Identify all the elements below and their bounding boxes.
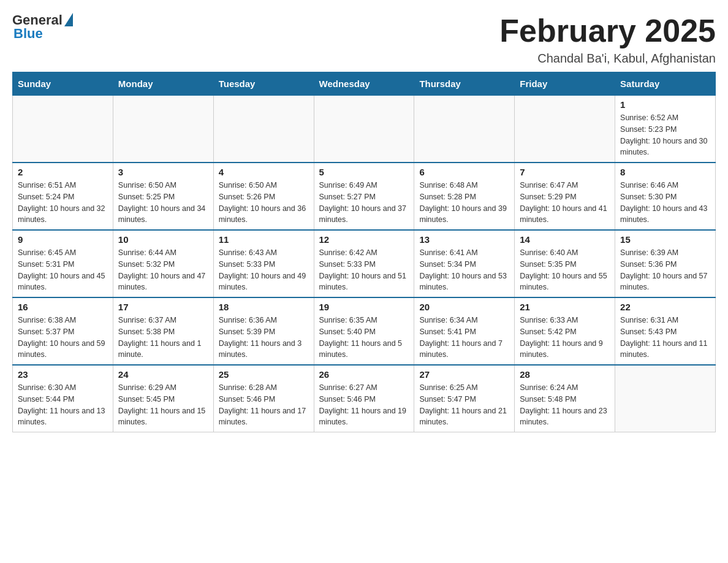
calendar-cell: 4Sunrise: 6:50 AM Sunset: 5:26 PM Daylig… [213, 163, 314, 230]
day-number: 14 [520, 234, 610, 245]
calendar-cell: 20Sunrise: 6:34 AM Sunset: 5:41 PM Dayli… [414, 297, 515, 365]
day-number: 24 [118, 369, 208, 380]
day-number: 25 [219, 369, 309, 380]
day-info: Sunrise: 6:30 AM Sunset: 5:44 PM Dayligh… [18, 382, 108, 428]
calendar-cell: 5Sunrise: 6:49 AM Sunset: 5:27 PM Daylig… [314, 163, 414, 230]
calendar-cell: 6Sunrise: 6:48 AM Sunset: 5:28 PM Daylig… [414, 163, 515, 230]
calendar-cell [314, 96, 414, 163]
calendar-cell: 25Sunrise: 6:28 AM Sunset: 5:46 PM Dayli… [213, 365, 314, 432]
location-subtitle: Chandal Ba'i, Kabul, Afghanistan [499, 52, 716, 66]
day-number: 5 [319, 167, 409, 177]
calendar-table: SundayMondayTuesdayWednesdayThursdayFrid… [12, 72, 716, 432]
day-info: Sunrise: 6:44 AM Sunset: 5:32 PM Dayligh… [118, 247, 208, 293]
weekday-header-monday: Monday [113, 72, 213, 96]
day-info: Sunrise: 6:52 AM Sunset: 5:23 PM Dayligh… [620, 112, 710, 158]
calendar-cell [515, 96, 615, 163]
day-number: 23 [18, 369, 108, 380]
day-number: 16 [18, 302, 108, 312]
page-header: General Blue February 2025 Chandal Ba'i,… [12, 12, 716, 66]
day-info: Sunrise: 6:50 AM Sunset: 5:26 PM Dayligh… [219, 180, 309, 226]
day-number: 4 [219, 167, 309, 177]
day-number: 17 [118, 302, 208, 312]
day-info: Sunrise: 6:38 AM Sunset: 5:37 PM Dayligh… [18, 315, 108, 361]
weekday-header-tuesday: Tuesday [213, 72, 314, 96]
logo-triangle-icon [64, 13, 73, 26]
day-info: Sunrise: 6:29 AM Sunset: 5:45 PM Dayligh… [118, 382, 208, 428]
calendar-cell: 18Sunrise: 6:36 AM Sunset: 5:39 PM Dayli… [213, 297, 314, 365]
day-number: 7 [520, 167, 610, 177]
calendar-cell [113, 96, 213, 163]
day-number: 18 [219, 302, 309, 312]
calendar-cell: 8Sunrise: 6:46 AM Sunset: 5:30 PM Daylig… [615, 163, 716, 230]
calendar-cell [213, 96, 314, 163]
day-number: 1 [620, 99, 710, 110]
day-info: Sunrise: 6:45 AM Sunset: 5:31 PM Dayligh… [18, 247, 108, 293]
day-info: Sunrise: 6:47 AM Sunset: 5:29 PM Dayligh… [520, 180, 610, 226]
calendar-cell: 12Sunrise: 6:42 AM Sunset: 5:33 PM Dayli… [314, 230, 414, 297]
day-number: 26 [319, 369, 409, 380]
calendar-cell [615, 365, 716, 432]
day-number: 6 [419, 167, 509, 177]
calendar-week-row: 1Sunrise: 6:52 AM Sunset: 5:23 PM Daylig… [13, 96, 716, 163]
calendar-cell: 10Sunrise: 6:44 AM Sunset: 5:32 PM Dayli… [113, 230, 213, 297]
day-number: 19 [319, 302, 409, 312]
day-number: 22 [620, 302, 710, 312]
day-info: Sunrise: 6:42 AM Sunset: 5:33 PM Dayligh… [319, 247, 409, 293]
day-number: 20 [419, 302, 509, 312]
weekday-header-thursday: Thursday [414, 72, 515, 96]
calendar-cell: 28Sunrise: 6:24 AM Sunset: 5:48 PM Dayli… [515, 365, 615, 432]
calendar-cell: 2Sunrise: 6:51 AM Sunset: 5:24 PM Daylig… [13, 163, 113, 230]
day-number: 2 [18, 167, 108, 177]
day-number: 9 [18, 234, 108, 245]
day-info: Sunrise: 6:40 AM Sunset: 5:35 PM Dayligh… [520, 247, 610, 293]
calendar-cell: 17Sunrise: 6:37 AM Sunset: 5:38 PM Dayli… [113, 297, 213, 365]
day-info: Sunrise: 6:37 AM Sunset: 5:38 PM Dayligh… [118, 315, 208, 361]
day-info: Sunrise: 6:51 AM Sunset: 5:24 PM Dayligh… [18, 180, 108, 226]
day-info: Sunrise: 6:49 AM Sunset: 5:27 PM Dayligh… [319, 180, 409, 226]
weekday-header-wednesday: Wednesday [314, 72, 414, 96]
calendar-cell: 23Sunrise: 6:30 AM Sunset: 5:44 PM Dayli… [13, 365, 113, 432]
calendar-cell: 9Sunrise: 6:45 AM Sunset: 5:31 PM Daylig… [13, 230, 113, 297]
day-number: 15 [620, 234, 710, 245]
day-number: 11 [219, 234, 309, 245]
calendar-week-row: 23Sunrise: 6:30 AM Sunset: 5:44 PM Dayli… [13, 365, 716, 432]
day-info: Sunrise: 6:43 AM Sunset: 5:33 PM Dayligh… [219, 247, 309, 293]
calendar-cell: 1Sunrise: 6:52 AM Sunset: 5:23 PM Daylig… [615, 96, 716, 163]
day-info: Sunrise: 6:39 AM Sunset: 5:36 PM Dayligh… [620, 247, 710, 293]
title-section: February 2025 Chandal Ba'i, Kabul, Afgha… [499, 12, 716, 66]
calendar-cell: 21Sunrise: 6:33 AM Sunset: 5:42 PM Dayli… [515, 297, 615, 365]
calendar-week-row: 16Sunrise: 6:38 AM Sunset: 5:37 PM Dayli… [13, 297, 716, 365]
calendar-cell: 3Sunrise: 6:50 AM Sunset: 5:25 PM Daylig… [113, 163, 213, 230]
calendar-cell: 27Sunrise: 6:25 AM Sunset: 5:47 PM Dayli… [414, 365, 515, 432]
day-number: 13 [419, 234, 509, 245]
day-info: Sunrise: 6:35 AM Sunset: 5:40 PM Dayligh… [319, 315, 409, 361]
day-number: 10 [118, 234, 208, 245]
day-number: 27 [419, 369, 509, 380]
calendar-cell: 22Sunrise: 6:31 AM Sunset: 5:43 PM Dayli… [615, 297, 716, 365]
month-title: February 2025 [499, 12, 716, 49]
day-number: 21 [520, 302, 610, 312]
day-info: Sunrise: 6:28 AM Sunset: 5:46 PM Dayligh… [219, 382, 309, 428]
day-number: 28 [520, 369, 610, 380]
day-info: Sunrise: 6:27 AM Sunset: 5:46 PM Dayligh… [319, 382, 409, 428]
calendar-cell [13, 96, 113, 163]
calendar-cell: 13Sunrise: 6:41 AM Sunset: 5:34 PM Dayli… [414, 230, 515, 297]
calendar-cell: 11Sunrise: 6:43 AM Sunset: 5:33 PM Dayli… [213, 230, 314, 297]
weekday-header-row: SundayMondayTuesdayWednesdayThursdayFrid… [13, 72, 716, 96]
day-info: Sunrise: 6:33 AM Sunset: 5:42 PM Dayligh… [520, 315, 610, 361]
calendar-week-row: 2Sunrise: 6:51 AM Sunset: 5:24 PM Daylig… [13, 163, 716, 230]
logo: General Blue [12, 12, 73, 42]
calendar-cell: 14Sunrise: 6:40 AM Sunset: 5:35 PM Dayli… [515, 230, 615, 297]
day-info: Sunrise: 6:46 AM Sunset: 5:30 PM Dayligh… [620, 180, 710, 226]
calendar-cell: 16Sunrise: 6:38 AM Sunset: 5:37 PM Dayli… [13, 297, 113, 365]
day-info: Sunrise: 6:50 AM Sunset: 5:25 PM Dayligh… [118, 180, 208, 226]
weekday-header-sunday: Sunday [13, 72, 113, 96]
weekday-header-friday: Friday [515, 72, 615, 96]
day-info: Sunrise: 6:31 AM Sunset: 5:43 PM Dayligh… [620, 315, 710, 361]
calendar-cell: 19Sunrise: 6:35 AM Sunset: 5:40 PM Dayli… [314, 297, 414, 365]
weekday-header-saturday: Saturday [615, 72, 716, 96]
day-info: Sunrise: 6:25 AM Sunset: 5:47 PM Dayligh… [419, 382, 509, 428]
day-info: Sunrise: 6:34 AM Sunset: 5:41 PM Dayligh… [419, 315, 509, 361]
calendar-cell: 7Sunrise: 6:47 AM Sunset: 5:29 PM Daylig… [515, 163, 615, 230]
calendar-cell [414, 96, 515, 163]
